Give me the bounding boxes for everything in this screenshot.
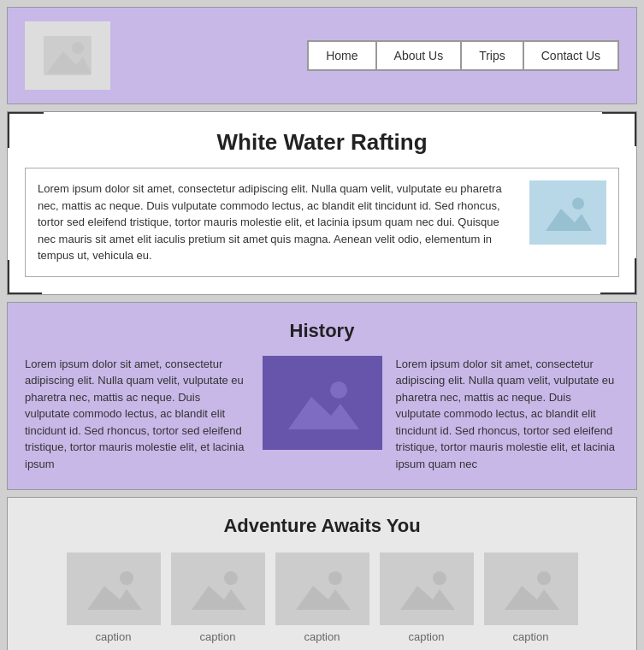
history-title: History (25, 320, 619, 342)
adventure-caption-1: caption (96, 630, 132, 643)
adventure-image-1 (67, 552, 161, 625)
adventure-caption-3: caption (304, 630, 340, 643)
svg-point-7 (330, 381, 347, 399)
history-content: Lorem ipsum dolor sit amet, consectetur … (25, 356, 619, 473)
list-item: caption (275, 552, 369, 643)
corner-decoration-bl (8, 260, 42, 294)
adventure-section: Adventure Awaits You caption caption (7, 497, 637, 650)
adventure-caption-4: caption (409, 630, 445, 643)
hero-section: White Water Rafting Lorem ipsum dolor si… (7, 111, 637, 295)
svg-point-19 (433, 571, 446, 585)
hero-content-box: Lorem ipsum dolor sit amet, consectetur … (25, 168, 619, 277)
logo (25, 21, 110, 90)
history-image (263, 356, 382, 450)
adventure-image-4 (380, 552, 474, 625)
nav-home[interactable]: Home (308, 41, 375, 70)
list-item: caption (484, 552, 578, 643)
list-item: caption (380, 552, 474, 643)
nav-bar: Home About Us Trips Contact Us (307, 40, 619, 71)
nav-trips[interactable]: Trips (461, 41, 523, 70)
svg-point-1 (72, 42, 84, 54)
adventure-image-3 (275, 552, 369, 625)
adventure-grid: caption caption caption (25, 552, 619, 643)
history-right-text: Lorem ipsum dolor sit amet, consectetur … (396, 356, 620, 473)
header: Home About Us Trips Contact Us (7, 7, 637, 104)
adventure-image-2 (171, 552, 265, 625)
list-item: caption (67, 552, 161, 643)
nav-contact[interactable]: Contact Us (523, 41, 618, 70)
adventure-caption-2: caption (200, 630, 236, 643)
adventure-title: Adventure Awaits You (25, 515, 619, 537)
adventure-caption-5: caption (513, 630, 549, 643)
list-item: caption (171, 552, 265, 643)
nav-about[interactable]: About Us (376, 41, 462, 70)
svg-point-16 (328, 571, 342, 585)
history-section: History Lorem ipsum dolor sit amet, cons… (7, 302, 637, 491)
history-left-text: Lorem ipsum dolor sit amet, consectetur … (25, 356, 249, 473)
hero-text: Lorem ipsum dolor sit amet, consectetur … (38, 180, 517, 264)
svg-point-4 (572, 198, 584, 210)
adventure-image-5 (484, 552, 578, 625)
svg-point-22 (537, 571, 551, 585)
svg-point-13 (224, 571, 238, 585)
svg-point-10 (120, 571, 133, 585)
hero-title: White Water Rafting (25, 129, 619, 156)
hero-image (529, 180, 606, 245)
corner-decoration-tr (602, 112, 636, 146)
